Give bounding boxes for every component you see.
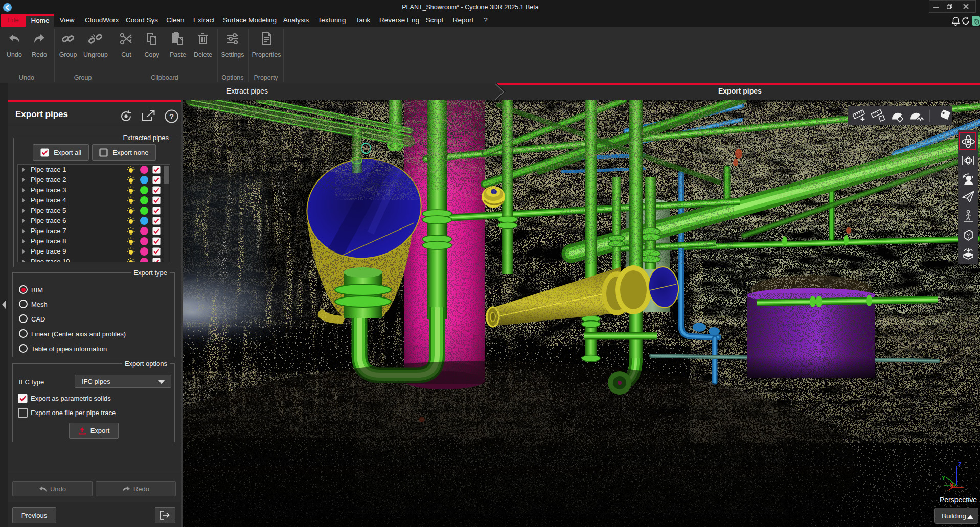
svg-text:X: X	[950, 482, 954, 488]
svg-text:?: ?	[169, 112, 174, 121]
svg-text:Z: Z	[958, 461, 962, 467]
svg-text:Y: Y	[942, 475, 946, 481]
